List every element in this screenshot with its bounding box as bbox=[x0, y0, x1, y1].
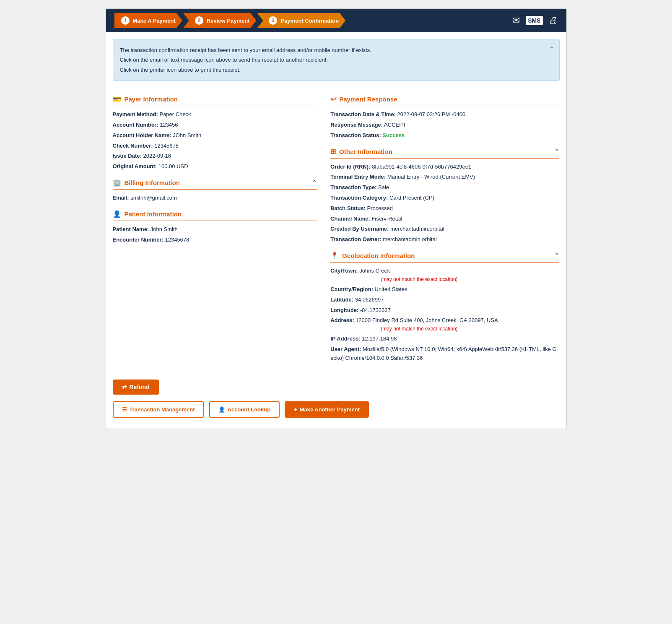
city-town: City/Town: Johns Creek (may not match th… bbox=[330, 267, 559, 283]
banner-line-2: Click on the email or text message icon … bbox=[120, 55, 553, 65]
batch-status: Batch Status: Processed bbox=[330, 204, 559, 213]
step-2-label: Review Payment bbox=[207, 18, 250, 24]
left-panel: 💳 Payer Information Payment Method: Pape… bbox=[113, 88, 327, 364]
created-by-username: Created By Username: merchantadmin.orbit… bbox=[330, 225, 559, 234]
step-1-number: 1 bbox=[121, 16, 130, 25]
country-region: Country/Region: United States bbox=[330, 285, 559, 294]
payer-account-number: Account Number: 123456 bbox=[113, 121, 317, 130]
longitude: Longitude: -84.1732327 bbox=[330, 306, 559, 315]
building-icon: 🏢 bbox=[113, 179, 121, 187]
account-lookup-button[interactable]: 👤 Account Lookup bbox=[209, 401, 280, 418]
transaction-management-button[interactable]: ☰ Transaction Management bbox=[113, 401, 204, 418]
info-banner: ⌃ The transaction confirmation receipt h… bbox=[113, 39, 560, 81]
patient-encounter-number: Encounter Number: 12345678 bbox=[113, 236, 317, 244]
payer-check-number: Check Number: 12345678 bbox=[113, 142, 317, 151]
sms-icon[interactable]: SMS bbox=[526, 16, 542, 25]
transaction-status: Transaction Status: Success bbox=[330, 131, 559, 140]
page-container: 1 Make A Payment 2 Review Payment 3 Paym… bbox=[106, 8, 567, 428]
payer-info-title: Payer Information bbox=[125, 96, 178, 103]
reply-icon: ↩ bbox=[330, 95, 336, 103]
response-message: Response Message: ACCEPT bbox=[330, 121, 559, 130]
user-agent: User Agent: Mozilla/5.0 (Windows NT 10.0… bbox=[330, 345, 559, 363]
credit-card-icon: 💳 bbox=[113, 95, 121, 103]
right-panel: ↩ Payment Response Transaction Date & Ti… bbox=[327, 88, 559, 364]
billing-info-title: Billing Information bbox=[125, 179, 180, 186]
patient-info-header: 👤 Patient Information bbox=[113, 210, 317, 221]
step-1-label: Make A Payment bbox=[133, 18, 176, 24]
location-pin-icon: 📍 bbox=[330, 252, 339, 260]
banner-line-1: The transaction confirmation receipt has… bbox=[120, 45, 553, 55]
account-lookup-label: Account Lookup bbox=[228, 406, 271, 413]
refund-icon: ⇄ bbox=[122, 384, 127, 390]
transaction-management-icon: ☰ bbox=[122, 406, 127, 413]
banner-line-3: Click on the printer icon above to print… bbox=[120, 65, 553, 75]
other-info-title: Other Information bbox=[339, 148, 392, 155]
refund-row: ⇄ Refund bbox=[113, 380, 560, 395]
payment-response-header: ↩ Payment Response bbox=[330, 95, 559, 106]
make-another-payment-icon: + bbox=[294, 406, 297, 413]
latitude: Latitude: 34.0626997 bbox=[330, 296, 559, 304]
printer-icon[interactable]: 🖨 bbox=[549, 15, 558, 26]
main-content: 💳 Payer Information Payment Method: Pape… bbox=[106, 88, 566, 371]
transaction-date-time: Transaction Date & Time: 2022-09-07 03:2… bbox=[330, 110, 559, 119]
other-info-collapse-btn[interactable]: ⌃ bbox=[554, 148, 559, 155]
payer-original-amount: Original Amount: 100.00 USD bbox=[113, 162, 317, 171]
step-3-label: Payment Confirmation bbox=[280, 18, 339, 24]
other-info-header: ⊞ Other Information ⌃ bbox=[330, 148, 559, 159]
step-3-number: 3 bbox=[269, 16, 277, 25]
payer-payment-method: Payment Method: Paper Check bbox=[113, 110, 317, 119]
patient-info-fields: Patient Name: John Smith Encounter Numbe… bbox=[113, 225, 317, 244]
transaction-type: Transaction Type: Sale bbox=[330, 183, 559, 192]
transaction-owner: Transaction Owner: merchantadmin.orbital bbox=[330, 235, 559, 244]
geo-info-header: 📍 Geolocation Information ⌃ bbox=[330, 252, 559, 263]
other-info-fields: Order Id (RRN): 8faba901-4cf8-4606-9f7d-… bbox=[330, 163, 559, 244]
step-2[interactable]: 2 Review Payment bbox=[183, 13, 257, 28]
city-note: (may not match the exact location) bbox=[381, 276, 559, 283]
buttons-section: ⇄ Refund ☰ Transaction Management 👤 Acco… bbox=[106, 371, 566, 428]
address-note: (may not match the exact location) bbox=[381, 325, 559, 333]
make-another-payment-button[interactable]: + Make Another Payment bbox=[285, 401, 369, 418]
patient-info-title: Patient Information bbox=[125, 211, 182, 218]
payer-info-fields: Payment Method: Paper Check Account Numb… bbox=[113, 110, 317, 171]
payer-info-header: 💳 Payer Information bbox=[113, 95, 317, 106]
geo-collapse-btn[interactable]: ⌃ bbox=[554, 252, 559, 259]
step-3[interactable]: 3 Payment Confirmation bbox=[257, 13, 345, 28]
payer-account-holder: Account Holder Name: JOhn Smith bbox=[113, 131, 317, 140]
geo-info-title: Geolocation Information bbox=[342, 252, 415, 259]
refund-label: Refund bbox=[130, 384, 150, 390]
channel-name: Channel Name: Fiserv-Retail bbox=[330, 215, 559, 224]
header-icons: ✉ SMS 🖨 bbox=[512, 15, 558, 26]
payer-issue-date: Issue Date: 2022-09-16 bbox=[113, 152, 317, 161]
billing-email: Email: smithh@gmail.com bbox=[113, 194, 317, 203]
payment-response-title: Payment Response bbox=[339, 96, 397, 103]
stepper: 1 Make A Payment 2 Review Payment 3 Paym… bbox=[114, 13, 347, 28]
make-another-payment-label: Make Another Payment bbox=[300, 406, 360, 413]
billing-info-fields: Email: smithh@gmail.com bbox=[113, 194, 317, 203]
payment-response-fields: Transaction Date & Time: 2022-09-07 03:2… bbox=[330, 110, 559, 140]
banner-collapse-btn[interactable]: ⌃ bbox=[549, 44, 554, 56]
geo-info-fields: City/Town: Johns Creek (may not match th… bbox=[330, 267, 559, 363]
bottom-buttons: ☰ Transaction Management 👤 Account Looku… bbox=[113, 401, 560, 418]
billing-info-header: 🏢 Billing Information ⌃ bbox=[113, 179, 317, 190]
transaction-management-label: Transaction Management bbox=[130, 406, 195, 413]
ip-address: IP Address: 12.197.184.98 bbox=[330, 335, 559, 343]
email-icon[interactable]: ✉ bbox=[512, 15, 520, 26]
transaction-category: Transaction Category: Card Present (CP) bbox=[330, 194, 559, 203]
address: Address: 12000 Findley Rd Suite 400, Joh… bbox=[330, 316, 559, 333]
plus-square-icon: ⊞ bbox=[330, 148, 336, 156]
person-icon: 👤 bbox=[113, 210, 121, 218]
billing-collapse-btn[interactable]: ⌃ bbox=[312, 179, 317, 186]
patient-name: Patient Name: John Smith bbox=[113, 225, 317, 234]
header: 1 Make A Payment 2 Review Payment 3 Paym… bbox=[106, 9, 566, 32]
step-1[interactable]: 1 Make A Payment bbox=[114, 13, 182, 28]
status-badge: Success bbox=[382, 132, 405, 138]
refund-button[interactable]: ⇄ Refund bbox=[113, 380, 159, 395]
terminal-entry-mode: Terminal Entry Mode: Manual Entry - Wire… bbox=[330, 173, 559, 182]
step-2-number: 2 bbox=[195, 16, 203, 25]
account-lookup-icon: 👤 bbox=[218, 406, 225, 413]
order-id: Order Id (RRN): 8faba901-4cf8-4606-9f7d-… bbox=[330, 163, 559, 172]
